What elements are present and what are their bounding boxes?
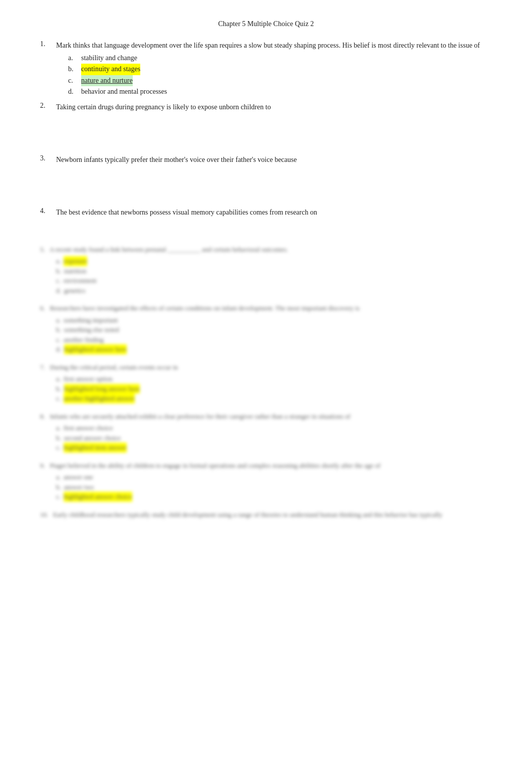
- blurred-q6-text: 6. Researchers have investigated the eff…: [40, 303, 492, 313]
- blurred-q8: 8. Infants who are securely attached exh…: [40, 412, 492, 453]
- blurred-q5-a: a. exposure: [56, 256, 492, 266]
- blurred-q7: 7. During the critical period, certain e…: [40, 362, 492, 404]
- q2-number: 2.: [40, 102, 52, 114]
- blurred-q9-answers: a. answer one b. answer two c. highlight…: [56, 472, 492, 502]
- blurred-q6-c: c. another finding: [56, 335, 492, 345]
- q1-d-text: behavior and mental processes: [81, 86, 167, 97]
- q1-c-text: nature and nurture: [81, 75, 133, 86]
- blurred-q8-a: a. first answer choice: [56, 423, 492, 433]
- blurred-q7-text: 7. During the critical period, certain e…: [40, 362, 492, 372]
- q4-content: The best evidence that newborns possess …: [56, 207, 492, 220]
- q1-c-label: c.: [68, 75, 77, 86]
- question-list: 1. Mark thinks that language development…: [40, 40, 492, 220]
- blurred-q6-b: b. something else noted: [56, 325, 492, 335]
- q1-answer-a: a. stability and change: [68, 53, 492, 64]
- q1-answer-d: d. behavior and mental processes: [68, 86, 492, 97]
- blurred-q8-b: b. second answer choice: [56, 433, 492, 443]
- q1-number: 1.: [40, 40, 52, 98]
- blurred-q7-answers: a. first answer option b. highlighted lo…: [56, 374, 492, 404]
- q1-text: Mark thinks that language development ov…: [56, 40, 492, 51]
- q2-text: Taking certain drugs during pregnancy is…: [56, 102, 492, 112]
- q1-b-label: b.: [68, 64, 77, 75]
- q2-content: Taking certain drugs during pregnancy is…: [56, 102, 492, 114]
- q1-a-text: stability and change: [81, 53, 137, 64]
- blurred-q6-a: a. something important: [56, 315, 492, 325]
- q1-content: Mark thinks that language development ov…: [56, 40, 492, 98]
- blurred-q5-d: d. genetics: [56, 286, 492, 296]
- blurred-q5-b: b. nutrition: [56, 266, 492, 276]
- blurred-q8-answers: a. first answer choice b. second answer …: [56, 423, 492, 453]
- blurred-q8-c: c. highlighted item answer: [56, 443, 492, 453]
- q4-number: 4.: [40, 207, 52, 220]
- blurred-q9-c: c. highlighted answer choice: [56, 492, 492, 502]
- page-title: Chapter 5 Multiple Choice Quiz 2: [40, 20, 492, 28]
- q3-number: 3.: [40, 154, 52, 167]
- q1-a-label: a.: [68, 53, 77, 64]
- q1-answers: a. stability and change b. continuity an…: [68, 53, 492, 98]
- blurred-q10-text: 10. Early childhood researchers typicall…: [40, 510, 492, 520]
- question-3: 3. Newborn infants typically prefer thei…: [40, 154, 492, 167]
- blurred-q9-text: 9. Piaget believed in the ability of chi…: [40, 461, 492, 471]
- question-1: 1. Mark thinks that language development…: [40, 40, 492, 98]
- blurred-q10: 10. Early childhood researchers typicall…: [40, 510, 492, 520]
- q3-content: Newborn infants typically prefer their m…: [56, 154, 492, 167]
- q1-d-label: d.: [68, 86, 77, 97]
- blurred-q9-a: a. answer one: [56, 472, 492, 482]
- blurred-q5-c: c. environment: [56, 276, 492, 286]
- q4-text: The best evidence that newborns possess …: [56, 207, 492, 218]
- blurred-q7-c: c. another highlighted answer: [56, 394, 492, 404]
- q1-answer-b: b. continuity and stages: [68, 64, 492, 75]
- blurred-q9: 9. Piaget believed in the ability of chi…: [40, 461, 492, 502]
- blurred-q6-d: d. highlighted answer here: [56, 344, 492, 354]
- blurred-q5-answers: a. exposure b. nutrition c. environment …: [56, 256, 492, 295]
- blurred-q5-text: 5. A recent study found a link between p…: [40, 245, 492, 255]
- blurred-q5: 5. A recent study found a link between p…: [40, 245, 492, 296]
- blurred-q6-answers: a. something important b. something else…: [56, 315, 492, 354]
- blurred-q6: 6. Researchers have investigated the eff…: [40, 303, 492, 354]
- q1-b-text: continuity and stages: [81, 64, 140, 75]
- blurred-q9-b: b. answer two: [56, 482, 492, 492]
- q1-answer-c: c. nature and nurture: [68, 75, 492, 86]
- blurred-q7-b: b. highlighted long answer here: [56, 384, 492, 394]
- blurred-q7-a: a. first answer option: [56, 374, 492, 384]
- blurred-section: 5. A recent study found a link between p…: [40, 245, 492, 520]
- q3-text: Newborn infants typically prefer their m…: [56, 154, 492, 165]
- blurred-q8-text: 8. Infants who are securely attached exh…: [40, 412, 492, 422]
- question-4: 4. The best evidence that newborns posse…: [40, 207, 492, 220]
- question-2: 2. Taking certain drugs during pregnancy…: [40, 102, 492, 114]
